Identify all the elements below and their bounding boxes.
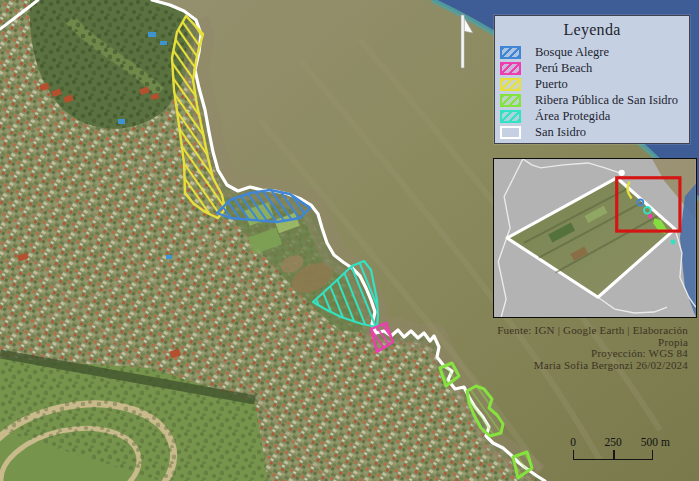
scale-bar-labels: 0 250 500 m (573, 436, 653, 448)
legend-item-bosque-alegre: Bosque Alegre (495, 44, 689, 60)
scale-label-500m: 500 m (641, 436, 670, 448)
legend-item-area-protegida: Área Protegida (495, 108, 689, 124)
scale-bar: 0 250 500 m (573, 436, 653, 460)
legend-item-san-isidro: San Isidro (495, 124, 689, 140)
legend-panel: Leyenda Bosque Alegre Perú Beach Puerto … (494, 15, 690, 144)
legend-items: Bosque Alegre Perú Beach Puerto Ribera P… (495, 44, 689, 140)
scale-bar-mid-tick (613, 450, 615, 459)
legend-label: Perú Beach (535, 61, 592, 76)
puerto-swatch-icon (500, 78, 521, 91)
legend-label: Puerto (535, 77, 568, 92)
attribution-line: Fuente: IGN | Google Earth | Elaboración (458, 325, 688, 337)
peru-beach-swatch-icon (500, 62, 521, 75)
legend-item-ribera-publica: Ribera Pública de San Isidro (495, 92, 689, 108)
attribution-line: Maria Sofia Bergonzi 26/02/2024 (458, 360, 688, 372)
legend-label: Área Protegida (535, 109, 610, 124)
attribution-line: Proyección: WGS 84 (458, 348, 688, 360)
legend-label: Bosque Alegre (535, 45, 609, 60)
ribera-publica-swatch-icon (500, 94, 521, 107)
attribution-text: Fuente: IGN | Google Earth | Elaboración… (458, 325, 688, 371)
scale-label-250: 250 (604, 436, 621, 448)
san-isidro-swatch-icon (500, 126, 521, 139)
legend-label: Ribera Pública de San Isidro (535, 93, 678, 108)
legend-title: Leyenda (495, 21, 689, 39)
legend-item-peru-beach: Perú Beach (495, 60, 689, 76)
legend-item-puerto: Puerto (495, 76, 689, 92)
inset-canvas (494, 159, 696, 317)
area-protegida-swatch-icon (500, 110, 521, 123)
scale-bar-bracket (573, 450, 653, 460)
map-document: Leyenda Bosque Alegre Perú Beach Puerto … (0, 0, 699, 481)
bosque-alegre-swatch-icon (500, 46, 521, 59)
scale-label-0: 0 (570, 436, 576, 448)
legend-label: San Isidro (535, 125, 586, 140)
inset-map (493, 158, 697, 318)
